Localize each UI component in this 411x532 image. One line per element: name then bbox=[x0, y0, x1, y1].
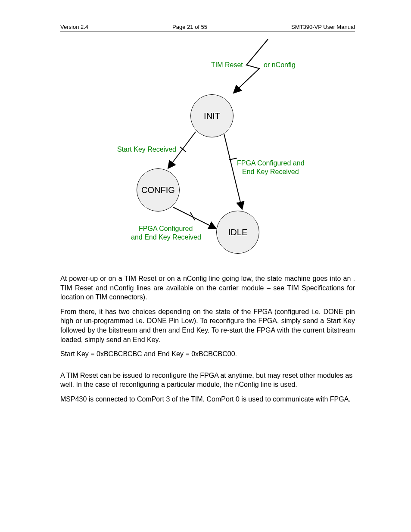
fpga-end-bottom-a: FPGA Configured bbox=[139, 224, 193, 233]
start-key-label: Start Key Received bbox=[117, 145, 176, 154]
fpga-end-right-b: End Key Received bbox=[242, 168, 299, 176]
state-init: INIT bbox=[190, 94, 234, 137]
paragraph-1: At power-up or on a TIM Reset or on a nC… bbox=[60, 274, 355, 302]
diagram-arrows bbox=[61, 39, 354, 259]
reset-label-a: TIM Reset bbox=[211, 61, 243, 69]
state-config-label: CONFIG bbox=[141, 185, 175, 195]
paragraph-3: Start Key = 0xBCBCBCBC and End Key = 0xB… bbox=[60, 349, 355, 359]
state-idle: IDLE bbox=[216, 211, 259, 254]
fpga-end-right-a: FPGA Configured and bbox=[237, 159, 305, 168]
fpga-end-bottom-b: and End Key Received bbox=[131, 233, 201, 242]
header-manual-title: SMT390-VP User Manual bbox=[291, 24, 355, 30]
paragraph-5: MSP430 is connected to ComPort 3 of the … bbox=[60, 395, 355, 404]
state-config: CONFIG bbox=[137, 168, 180, 212]
page-header: Version 2.4 Page 21 of 55 SMT390-VP User… bbox=[60, 24, 355, 31]
reset-label-b: or nConfig bbox=[264, 61, 296, 69]
header-page-number: Page 21 of 55 bbox=[172, 24, 207, 30]
paragraph-4: A TIM Reset can be issued to reconfigure… bbox=[60, 371, 355, 389]
state-machine-diagram: INIT CONFIG IDLE TIM Reset or nConfig St… bbox=[61, 39, 354, 259]
state-init-label: INIT bbox=[204, 111, 220, 121]
body-text: At power-up or on a TIM Reset or on a nC… bbox=[60, 274, 355, 404]
state-idle-label: IDLE bbox=[228, 227, 247, 237]
paragraph-2: From there, it has two choices depending… bbox=[60, 307, 355, 344]
document-page: Version 2.4 Page 21 of 55 SMT390-VP User… bbox=[0, 0, 411, 532]
header-version: Version 2.4 bbox=[60, 24, 88, 30]
